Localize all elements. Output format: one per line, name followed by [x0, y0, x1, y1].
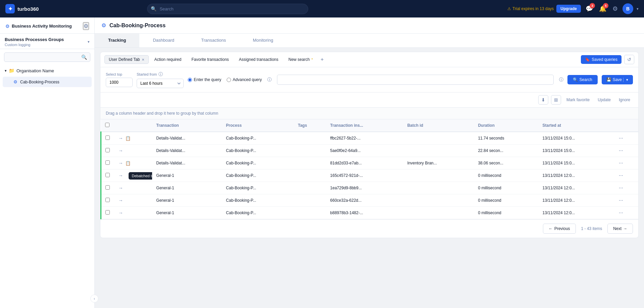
ignore-button[interactable]: Ignore — [616, 96, 633, 104]
started-from-section: Started from ⓘ Last 6 hours Last 1 hour … — [137, 71, 184, 88]
col-transaction[interactable]: Transaction — [152, 119, 222, 132]
row-started-at: 13/11/2024 12:0... — [539, 207, 615, 219]
notifications-button[interactable]: 🔔 5 — [598, 4, 608, 14]
row-navigate-icon[interactable]: → — [119, 173, 123, 178]
previous-button[interactable]: ← Previous — [543, 224, 576, 234]
row-process: Cab-Booking-P... — [222, 132, 294, 145]
row-copy-icon[interactable]: 📋 — [125, 136, 131, 141]
row-checkbox[interactable] — [105, 160, 110, 165]
col-started-at[interactable]: Started at — [539, 119, 615, 132]
process-icon: ⚙ — [13, 79, 17, 84]
col-batch-id[interactable]: Batch id — [403, 119, 474, 132]
columns-button[interactable]: ⊞ — [551, 95, 561, 105]
row-transaction-ins: 660ce32a-622d... — [326, 194, 403, 207]
select-all-checkbox[interactable] — [105, 123, 109, 127]
sidebar-org[interactable]: ▾ 📁 Organisation Name — [0, 65, 94, 76]
row-checkbox[interactable] — [105, 210, 110, 215]
row-more-icon[interactable]: ··· — [619, 210, 623, 216]
row-navigate-icon[interactable]: → — [119, 210, 123, 216]
query-right-info-icon[interactable]: ⓘ — [559, 77, 563, 83]
topnav-right: ⚠ Trial expires in 13 days Upgrade 💬 3 🔔… — [507, 3, 639, 14]
row-transaction-ins: 5ae0f0e2-64a9... — [326, 145, 403, 157]
query-input[interactable] — [277, 75, 554, 85]
global-search[interactable]: 🔍 — [147, 4, 308, 14]
row-more-icon[interactable]: ··· — [619, 185, 623, 191]
upgrade-button[interactable]: Upgrade — [556, 5, 581, 13]
search-button[interactable]: 🔍 Search — [567, 75, 598, 84]
row-checkbox[interactable] — [105, 185, 110, 190]
table-row: → Debatched transaction General-1 Cab-Bo… — [101, 169, 639, 182]
row-more-cell: ··· — [615, 145, 638, 157]
col-duration[interactable]: Duration — [474, 119, 539, 132]
col-process[interactable]: Process — [222, 119, 294, 132]
sidebar-search[interactable]: 🔍 — [4, 52, 90, 62]
sidebar-process-item[interactable]: ⚙ Cab-Booking-Process — [3, 77, 92, 87]
sub-tab-new-search[interactable]: New search * — [284, 55, 317, 64]
tab-dashboard[interactable]: Dashboard — [139, 34, 188, 47]
row-more-icon[interactable]: ··· — [619, 135, 623, 141]
row-copy-icon[interactable]: 📋 — [125, 161, 131, 166]
save-dropdown-icon[interactable]: ▾ — [623, 78, 628, 82]
row-transaction: Details-Validat... — [152, 145, 222, 157]
col-transaction-ins[interactable]: Transaction ins... — [326, 119, 403, 132]
saved-queries-button[interactable]: 🔖 Saved queries — [581, 55, 622, 64]
tab-transactions[interactable]: Transactions — [188, 34, 239, 47]
logo-icon: ✦ — [5, 4, 15, 13]
sub-tab-add-button[interactable]: + — [319, 56, 326, 63]
next-arrow-icon: → — [623, 226, 627, 231]
sub-tab-favorite[interactable]: Favorite transactions — [187, 55, 233, 64]
row-duration: 22.84 secon... — [474, 145, 539, 157]
row-navigate-icon[interactable]: → — [119, 136, 123, 141]
row-actions-cell: → — [114, 194, 152, 207]
tab-monitoring[interactable]: Monitoring — [239, 34, 287, 47]
download-button[interactable]: ⬇ — [538, 95, 548, 105]
row-checkbox[interactable] — [105, 136, 110, 140]
row-batch-id — [403, 169, 474, 182]
row-navigate-icon[interactable]: → — [119, 198, 123, 203]
sub-tab-assigned[interactable]: Assigned transactions — [235, 55, 283, 64]
row-status — [101, 169, 114, 182]
select-top-input[interactable] — [106, 78, 133, 87]
settings-button[interactable]: ⚙ — [611, 4, 619, 14]
update-button[interactable]: Update — [595, 96, 613, 104]
started-from-info-icon[interactable]: ⓘ — [158, 71, 163, 77]
row-navigate-icon[interactable]: → — [119, 148, 123, 153]
messages-button[interactable]: 💬 3 — [584, 4, 594, 14]
app-logo[interactable]: ✦ turbo360 — [5, 4, 46, 13]
row-more-icon[interactable]: ··· — [619, 148, 623, 153]
row-checkbox[interactable] — [105, 198, 110, 202]
refresh-button[interactable]: ↺ — [624, 55, 634, 64]
sidebar-search-input[interactable] — [4, 52, 90, 62]
col-tags[interactable]: Tags — [294, 119, 326, 132]
radio-advanced-query[interactable]: Advanced query — [227, 77, 262, 82]
table-header: Transaction Process Tags Transaction ins… — [101, 119, 639, 132]
avatar[interactable]: B — [623, 3, 633, 14]
module-title: Business Activity Monitoring — [12, 24, 72, 29]
started-from-select[interactable]: Last 6 hours Last 1 hour Last 24 hours L… — [137, 79, 184, 88]
sub-tab-close-icon[interactable]: ✕ — [142, 58, 144, 62]
avatar-chevron: ▾ — [637, 7, 639, 11]
row-status — [101, 145, 114, 157]
row-more-icon[interactable]: ··· — [619, 197, 623, 203]
row-transaction: Details-Validat... — [152, 132, 222, 145]
sub-tab-action-required[interactable]: Action required — [150, 55, 186, 64]
row-tags — [294, 207, 326, 219]
next-button[interactable]: Next → — [607, 224, 633, 234]
sidebar-gear-button[interactable]: ⚙ — [83, 22, 89, 30]
search-input[interactable] — [147, 4, 308, 14]
row-checkbox[interactable] — [105, 173, 110, 177]
row-tags — [294, 145, 326, 157]
radio-enter-query[interactable]: Enter the query — [188, 77, 221, 82]
row-navigate-icon[interactable]: → — [119, 185, 123, 191]
business-processes-group[interactable]: Business Processes Groups Custom logging… — [5, 37, 90, 47]
sub-tab-user-defined[interactable]: User Defined Tab ✕ — [104, 55, 149, 64]
query-info-icon[interactable]: ⓘ — [267, 77, 272, 83]
sidebar-collapse-button[interactable]: ‹ — [90, 295, 98, 303]
save-button[interactable]: 💾 Save ▾ — [602, 75, 633, 84]
mark-favorite-button[interactable]: Mark favorite — [564, 96, 592, 104]
tab-tracking[interactable]: Tracking — [95, 34, 139, 47]
row-more-icon[interactable]: ··· — [619, 160, 623, 166]
row-navigate-icon[interactable]: → — [119, 160, 123, 166]
row-checkbox[interactable] — [105, 148, 110, 152]
row-more-icon[interactable]: ··· — [619, 172, 623, 178]
